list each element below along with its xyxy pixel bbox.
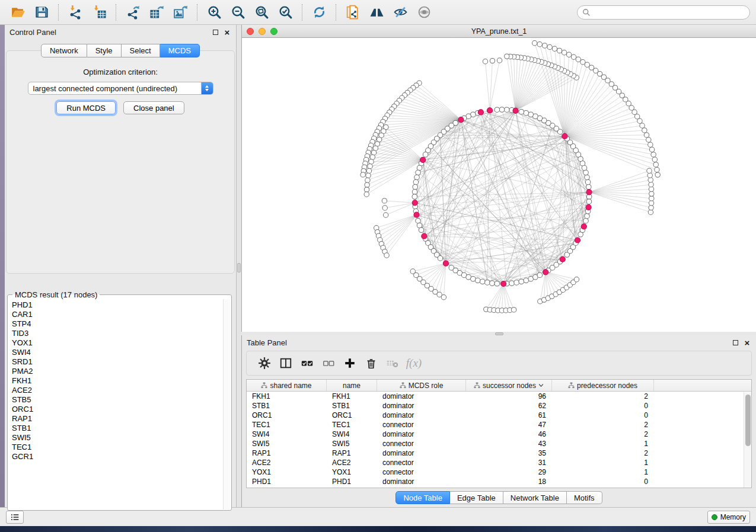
float-panel-button[interactable] <box>211 28 219 36</box>
scrollbar-thumb[interactable] <box>745 395 751 446</box>
run-mcds-button[interactable]: Run MCDS <box>56 101 116 114</box>
horizontal-splitter[interactable] <box>241 332 756 335</box>
table-row[interactable]: TEC1TEC1connector472 <box>247 420 751 430</box>
result-item[interactable]: TID3 <box>8 329 223 338</box>
import-table-icon <box>92 5 107 20</box>
result-item[interactable]: RAP1 <box>8 414 223 424</box>
network-canvas[interactable] <box>242 38 756 332</box>
table-row[interactable]: RAP1RAP1dominator352 <box>247 448 751 458</box>
table-row[interactable]: PHD1PHD1dominator180 <box>247 477 751 486</box>
tab-select[interactable]: Select <box>122 44 160 57</box>
open-file-button[interactable] <box>8 2 28 23</box>
criterion-select[interactable]: largest connected component (undirected) <box>28 82 213 95</box>
zoom-out-icon <box>231 5 245 20</box>
column-header-name[interactable]: name <box>327 380 377 391</box>
zoom-selected-button[interactable] <box>275 2 295 23</box>
column-label: name <box>343 382 361 390</box>
result-item[interactable]: STB1 <box>8 424 223 433</box>
splitter-handle[interactable] <box>237 263 241 273</box>
minimize-window-icon[interactable] <box>259 28 266 35</box>
zoom-fit-icon <box>254 5 269 20</box>
deselect-all-rows-button[interactable] <box>319 354 338 373</box>
result-item[interactable]: PHD1 <box>8 300 223 310</box>
zoom-in-button[interactable] <box>204 2 224 23</box>
search-input[interactable] <box>594 8 745 17</box>
table-row[interactable]: SWI5SWI5connector431 <box>247 439 751 448</box>
close-window-icon[interactable] <box>247 28 254 35</box>
show-all-button[interactable] <box>414 2 434 23</box>
column-header-shared-name[interactable]: shared name <box>247 380 327 391</box>
save-session-button[interactable] <box>31 2 52 23</box>
table-row[interactable]: SWI4SWI4dominator462 <box>247 430 751 439</box>
table-row[interactable]: YOX1YOX1connector291 <box>247 467 751 477</box>
table-settings-button[interactable] <box>255 354 274 373</box>
network-window: YPA_prune.txt_1 <box>241 25 756 332</box>
result-item[interactable]: FKH1 <box>8 376 223 386</box>
task-history-button[interactable] <box>6 511 24 524</box>
result-item[interactable]: YOX1 <box>8 338 223 348</box>
vertical-splitter[interactable] <box>237 25 241 507</box>
tab-motifs[interactable]: Motifs <box>567 491 602 504</box>
create-column-button[interactable] <box>340 354 359 373</box>
tab-mcds[interactable]: MCDS <box>160 44 200 57</box>
toolbar-separator <box>336 4 336 21</box>
table-scrollbar[interactable] <box>744 392 751 488</box>
network-graph[interactable] <box>242 38 756 332</box>
float-panel-button[interactable] <box>731 338 739 347</box>
splitter-handle[interactable] <box>495 332 503 335</box>
search-box[interactable] <box>577 5 750 20</box>
hide-selected-button[interactable] <box>390 2 410 23</box>
result-item[interactable]: TEC1 <box>8 443 223 452</box>
close-panel-icon-button[interactable]: × <box>743 338 751 347</box>
delete-table-button[interactable] <box>383 354 402 373</box>
import-table-button[interactable] <box>89 2 109 23</box>
tab-network-table[interactable]: Network Table <box>503 491 567 504</box>
result-item[interactable]: CAR1 <box>8 310 223 319</box>
table-row[interactable]: FKH1FKH1dominator962 <box>247 392 751 401</box>
memory-button[interactable]: Memory <box>707 511 750 524</box>
result-item[interactable]: SWI5 <box>8 433 223 443</box>
show-columns-button[interactable] <box>276 354 295 373</box>
tab-style[interactable]: Style <box>87 44 122 57</box>
result-item[interactable]: STB5 <box>8 395 223 405</box>
result-item[interactable]: STP4 <box>8 319 223 329</box>
refresh-button[interactable] <box>309 2 329 23</box>
result-item[interactable]: GCR1 <box>8 452 223 462</box>
close-panel-button[interactable]: Close panel <box>123 101 184 114</box>
tab-node-table[interactable]: Node Table <box>395 491 450 504</box>
first-neighbors-button[interactable] <box>366 2 387 23</box>
cell-successor-nodes: 18 <box>466 477 552 486</box>
close-panel-icon-button[interactable]: × <box>223 28 231 36</box>
zoom-fit-button[interactable] <box>251 2 272 23</box>
select-all-rows-button[interactable] <box>298 354 317 373</box>
export-table-button[interactable] <box>146 2 167 23</box>
export-image-button[interactable] <box>170 2 190 23</box>
result-scrollbar[interactable] <box>223 299 231 509</box>
result-item[interactable]: SWI4 <box>8 348 223 357</box>
column-label: MCDS role <box>409 382 444 390</box>
column-header-mcds-role[interactable]: MCDS role <box>377 380 466 391</box>
column-header-successor-nodes[interactable]: successor nodes <box>466 380 552 391</box>
network-from-file-button[interactable] <box>343 2 363 23</box>
export-network-button[interactable] <box>123 2 143 23</box>
function-builder-button[interactable]: f(x) <box>404 354 423 373</box>
zoom-out-button[interactable] <box>228 2 248 23</box>
tab-edge-table[interactable]: Edge Table <box>450 491 503 504</box>
result-item[interactable]: SRD1 <box>8 357 223 367</box>
tab-network[interactable]: Network <box>41 44 87 57</box>
network-titlebar[interactable]: YPA_prune.txt_1 <box>242 25 756 38</box>
cell-predecessor-nodes: 2 <box>552 430 654 438</box>
maximize-window-icon[interactable] <box>270 28 277 35</box>
show-eye-icon <box>417 5 432 20</box>
table-row[interactable]: STB1STB1dominator620 <box>247 401 751 411</box>
column-header-predecessor-nodes[interactable]: predecessor nodes <box>552 380 654 391</box>
mcds-result-list[interactable]: PHD1CAR1STP4TID3YOX1SWI4SRD1PMA2FKH1ACE2… <box>8 299 223 509</box>
cell-successor-nodes: 47 <box>466 421 552 429</box>
result-item[interactable]: PMA2 <box>8 367 223 376</box>
table-row[interactable]: ORC1ORC1dominator610 <box>247 411 751 420</box>
result-item[interactable]: ORC1 <box>8 405 223 414</box>
table-row[interactable]: ACE2ACE2connector311 <box>247 458 751 467</box>
import-network-button[interactable] <box>65 2 85 23</box>
result-item[interactable]: ACE2 <box>8 386 223 395</box>
delete-column-button[interactable] <box>362 354 381 373</box>
